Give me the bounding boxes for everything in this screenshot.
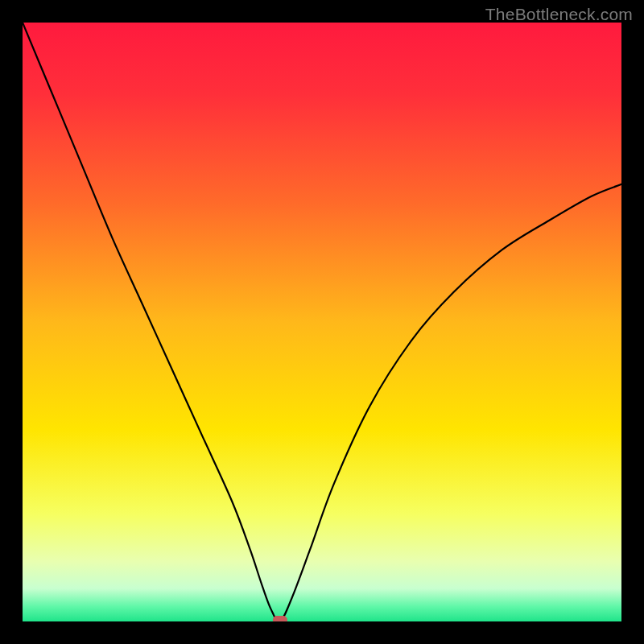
chart-frame — [23, 23, 621, 621]
optimal-point-marker — [273, 616, 287, 621]
bottleneck-chart — [23, 23, 621, 621]
chart-background — [23, 23, 621, 621]
watermark-text: TheBottleneck.com — [485, 5, 633, 24]
